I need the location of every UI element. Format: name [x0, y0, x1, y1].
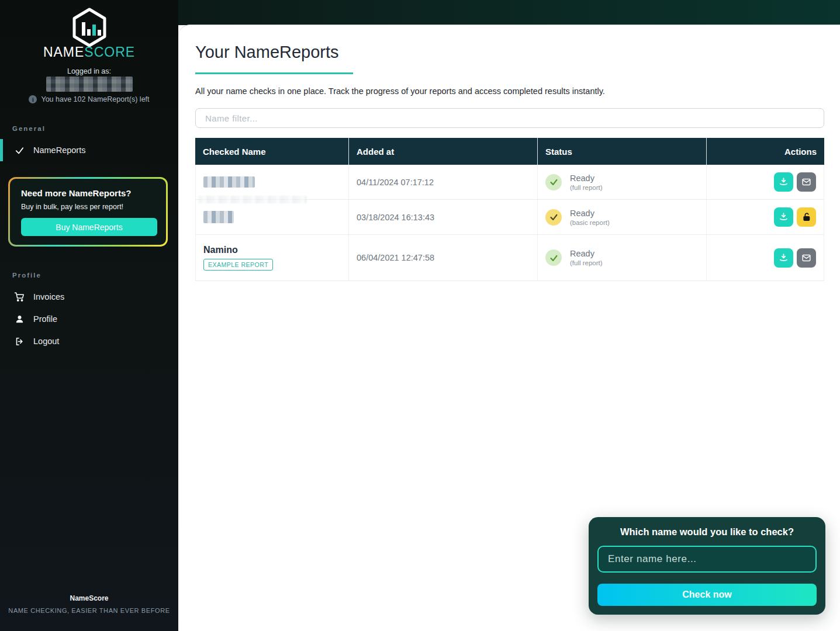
download-report-button[interactable] [774, 207, 793, 227]
col-header-added-at: Added at [349, 138, 538, 165]
promo-title: Need more NameReports? [21, 188, 131, 198]
app-screen: Your NameReports All your name checks in… [0, 0, 840, 631]
unlock-icon [801, 212, 811, 222]
name-filter-input[interactable] [195, 108, 824, 128]
logged-in-label: Logged in as: [0, 67, 178, 75]
profile-section-label: Profile [12, 272, 42, 279]
actions-cell [707, 235, 824, 280]
sidebar-item-namereports[interactable]: NameReports [0, 139, 178, 161]
download-report-button[interactable] [774, 248, 793, 268]
envelope-icon [801, 253, 811, 263]
sidebar-footer-title: NameScore [0, 594, 178, 602]
redacted-name [203, 176, 255, 188]
logout-icon [13, 337, 25, 346]
actions-cell [707, 200, 824, 234]
buy-reports-promo-card: Need more NameReports? Buy in bulk, pay … [8, 177, 168, 247]
sidebar: NAMESCORE Logged in as: i You have 102 N… [0, 0, 178, 631]
envelope-icon [801, 177, 811, 187]
sidebar-item-label: Invoices [33, 292, 64, 301]
person-icon [13, 314, 25, 324]
email-report-button[interactable] [797, 248, 816, 268]
status-label: Ready [570, 249, 594, 258]
status-label: Ready [570, 174, 594, 183]
sidebar-item-invoices[interactable]: Invoices [0, 286, 178, 308]
buy-namereports-button[interactable]: Buy NameReports [21, 218, 157, 236]
page-title: Your NameReports [195, 43, 339, 62]
table-row: Namino EXAMPLE REPORT 06/04/2021 12:47:5… [195, 235, 824, 281]
status-cell: Ready (basic report) [538, 200, 707, 234]
col-header-checked-name: Checked Name [195, 138, 349, 165]
hexagon-bar-chart-icon [71, 8, 108, 47]
status-cell: Ready (full report) [538, 235, 707, 280]
reports-left-note: i You have 102 NameReport(s) left [0, 95, 178, 103]
status-check-icon [545, 174, 562, 190]
check-name-widget: Which name would you like to check? Chec… [589, 517, 825, 615]
cart-icon [13, 292, 25, 302]
check-name-input[interactable] [597, 546, 817, 573]
download-icon [779, 253, 789, 263]
table-body: 04/11/2024 07:17:12 Ready (full report) [195, 165, 824, 281]
email-report-button[interactable] [797, 172, 816, 192]
status-check-icon [545, 249, 562, 266]
promo-subtitle: Buy in bulk, pay less per report! [21, 203, 123, 211]
checked-name-cell [195, 165, 349, 199]
status-label: Ready [570, 209, 594, 218]
col-header-status: Status [538, 138, 707, 165]
download-report-button[interactable] [774, 172, 793, 192]
table-header-row: Checked Name Added at Status Actions [195, 138, 824, 165]
redacted-name [203, 211, 234, 223]
brand-name: NAMESCORE [0, 44, 178, 60]
active-indicator [0, 139, 3, 161]
added-at-cell: 03/18/2024 16:13:43 [349, 200, 538, 234]
status-check-icon [545, 209, 562, 226]
status-detail: (full report) [570, 259, 603, 266]
checked-name: Namino [203, 245, 238, 255]
checked-name-cell [195, 200, 349, 234]
sidebar-item-label: Profile [33, 314, 57, 324]
actions-cell [707, 165, 824, 199]
check-now-button[interactable]: Check now [597, 584, 817, 606]
status-cell: Ready (full report) [538, 165, 707, 199]
added-at-cell: 06/04/2021 12:47:58 [349, 235, 538, 280]
sidebar-footer-tagline: NAME CHECKING, EASIER THAN EVER BEFORE [0, 607, 178, 614]
title-underline [195, 72, 353, 74]
app-logo [0, 8, 178, 47]
sidebar-item-label: NameReports [33, 145, 85, 155]
sidebar-item-profile[interactable]: Profile [0, 308, 178, 330]
added-at-cell: 04/11/2024 07:17:12 [349, 165, 538, 199]
checked-name-cell: Namino EXAMPLE REPORT [195, 235, 349, 280]
table-row: 04/11/2024 07:17:12 Ready (full report) [195, 165, 824, 200]
unlock-report-button[interactable] [797, 207, 816, 227]
reports-table: Checked Name Added at Status Actions 04/… [195, 138, 824, 281]
sidebar-item-logout[interactable]: Logout [0, 330, 178, 352]
col-header-actions: Actions [707, 138, 824, 165]
status-detail: (full report) [570, 184, 603, 191]
info-circle-icon: i [29, 95, 37, 103]
table-row: 03/18/2024 16:13:43 Ready (basic report) [195, 200, 824, 235]
page-subtitle: All your name checks in one place. Track… [195, 86, 605, 96]
download-icon [779, 177, 789, 187]
widget-title: Which name would you like to check? [589, 526, 825, 538]
sidebar-item-label: Logout [33, 337, 59, 346]
general-section-label: General [12, 125, 46, 132]
check-icon [13, 145, 25, 155]
download-icon [779, 212, 789, 222]
redacted-user-name [46, 77, 133, 92]
status-detail: (basic report) [570, 219, 610, 226]
redacted-strip [198, 196, 307, 203]
example-report-badge: EXAMPLE REPORT [203, 259, 273, 271]
